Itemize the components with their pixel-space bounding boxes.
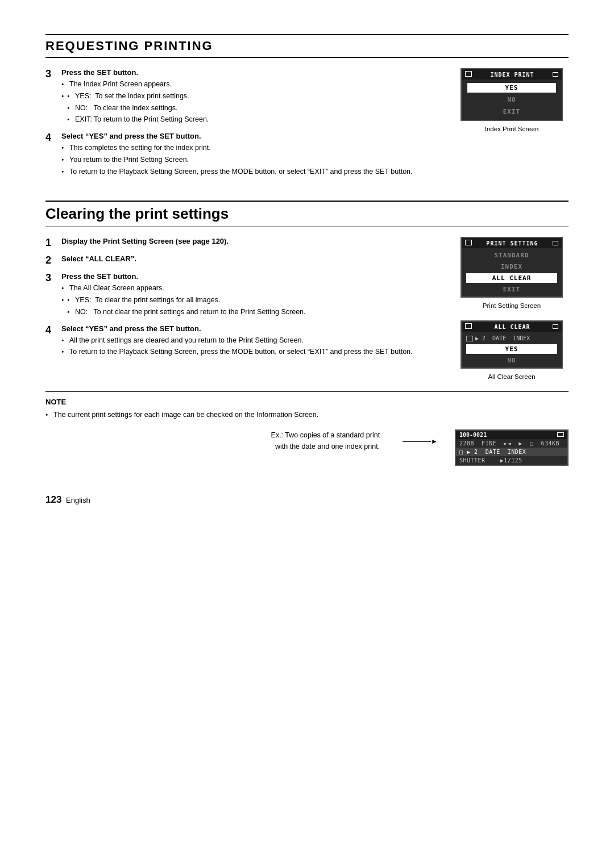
info-row-3: SHUTTER ▶1/125 — [456, 456, 567, 465]
ps-index: INDEX — [466, 262, 557, 272]
bullet-item: To return to the Playback Setting Screen… — [61, 347, 413, 357]
bullet-item: YES: To set the index print settings. NO… — [61, 91, 209, 125]
requesting-printing-content: 3 Press the SET button. The Index Print … — [45, 68, 569, 183]
ac-yes: YES — [466, 344, 557, 354]
cam-title-index: INDEX PRINT — [490, 72, 534, 78]
arrow-line — [403, 441, 431, 442]
cam-icon-ac-right — [553, 324, 558, 330]
camera-icon-ac — [465, 323, 472, 329]
step-4-clearing: 4 Select “YES” and press the SET button.… — [45, 324, 438, 359]
battery-icon-ps — [553, 241, 558, 245]
step-number-1: 1 — [45, 237, 56, 249]
section-title-requesting: Requesting Printing — [45, 34, 569, 58]
cam-title-ac: ALL CLEAR — [494, 324, 530, 330]
info-example-row: Ex.: Two copies of a standard print with… — [45, 429, 569, 466]
note-box: NOTE The current print settings for each… — [45, 391, 569, 466]
bullet-item: You return to the Print Setting Screen. — [61, 155, 413, 165]
camera-icon-ps — [465, 240, 472, 245]
step-3-clearing-bullets: The All Clear Screen appears. YES: To cl… — [61, 283, 306, 317]
cam-icon-left — [465, 71, 472, 78]
info-battery-icon — [557, 432, 564, 438]
step-1-content: Display the Print Setting Screen (see pa… — [61, 237, 229, 249]
index-print-caption: Index Print Screen — [485, 126, 539, 132]
bullet-item: The Index Print Screen appears. — [61, 79, 209, 90]
cam-icon-ps-left — [465, 240, 472, 247]
step-number-3c: 3 — [45, 272, 56, 318]
info-data-2: □ ▶ 2 DATE INDEX — [459, 449, 526, 455]
step-4-title: Select “YES” and press the SET button. — [61, 132, 413, 140]
step-1-title: Display the Print Setting Screen (see pa… — [61, 237, 229, 245]
arrow-head: ► — [431, 437, 438, 445]
info-screen-area: 100-0021 2288 FINE ►◄ ▶ □ 634KB □ ▶ 2 DA… — [455, 429, 569, 466]
step-number-2: 2 — [45, 254, 56, 266]
bullet-item: All the print settings are cleared and y… — [61, 335, 413, 346]
all-clear-caption: All Clear Screen — [488, 373, 535, 380]
battery-icon-ac — [553, 324, 558, 329]
print-setting-screen: PRINT SETTING STANDARD INDEX ALL CLEAR E… — [460, 237, 563, 298]
step-number-4c: 4 — [45, 324, 56, 359]
info-file-number: 100-0021 — [459, 432, 487, 438]
ac-data-row: ▶ 2 DATE INDEX — [466, 334, 557, 343]
step-3-clearing-content: Press the SET button. The All Clear Scre… — [61, 272, 306, 318]
cam-title-ps: PRINT SETTING — [486, 240, 538, 247]
step-3-requesting: 3 Press the SET button. The Index Print … — [45, 68, 438, 126]
print-icon — [466, 336, 473, 341]
info-screen-header: 100-0021 — [456, 431, 567, 439]
bullet-item: This completes the setting for the index… — [61, 143, 413, 153]
step-4-requesting: 4 Select “YES” and press the SET button.… — [45, 132, 438, 178]
info-data-1: 2288 FINE ►◄ ▶ □ 634KB — [459, 440, 559, 446]
clearing-instructions: 1 Display the Print Setting Screen (see … — [45, 237, 438, 380]
ac-data-text: ▶ 2 DATE INDEX — [475, 335, 530, 341]
cam-icon-right — [553, 72, 558, 78]
page-number: 123 — [45, 494, 61, 505]
section-title-clearing: Clearing the print settings — [45, 201, 569, 227]
step-1-clearing: 1 Display the Print Setting Screen (see … — [45, 237, 438, 249]
step-4-content: Select “YES” and press the SET button. T… — [61, 132, 413, 178]
step-3-clearing: 3 Press the SET button. The All Clear Sc… — [45, 272, 438, 318]
step-3-bullets: The Index Print Screen appears. YES: To … — [61, 79, 209, 125]
step-number-3: 3 — [45, 68, 56, 126]
info-row-1: 2288 FINE ►◄ ▶ □ 634KB — [456, 439, 567, 448]
arrow-connector: ► — [403, 437, 438, 445]
note-bullet: The current print settings for each imag… — [45, 410, 569, 420]
step-4-clearing-title: Select “YES” and press the SET button. — [61, 324, 413, 333]
bullet-item: The All Clear Screen appears. — [61, 283, 306, 294]
bullet-item: YES: To clear the print settings for all… — [61, 295, 306, 318]
menu-no: NO — [467, 95, 556, 105]
ac-no: NO — [466, 356, 557, 365]
camera-icon — [465, 71, 472, 77]
clearing-screens-area: PRINT SETTING STANDARD INDEX ALL CLEAR E… — [455, 237, 569, 380]
menu-yes: YES — [467, 83, 556, 93]
info-screen: 100-0021 2288 FINE ►◄ ▶ □ 634KB □ ▶ 2 DA… — [455, 429, 569, 466]
step-4-bullets: This completes the setting for the index… — [61, 143, 413, 177]
cam-body-ps: STANDARD INDEX ALL CLEAR EXIT — [462, 248, 562, 297]
step-3-clearing-title: Press the SET button. — [61, 272, 306, 281]
step-number-4: 4 — [45, 132, 56, 178]
all-clear-screen: ALL CLEAR ▶ 2 DATE INDEX YES NO — [460, 320, 563, 369]
cam-icon-ac-left — [465, 323, 472, 330]
bullet-item: To return to the Playback Setting Screen… — [61, 166, 413, 177]
menu-exit: EXIT — [467, 107, 556, 116]
requesting-printing-section: Requesting Printing 3 Press the SET butt… — [45, 34, 569, 183]
info-label-line1: Ex.: Two copies of a standard print — [45, 429, 380, 441]
cam-body-index: YES NO EXIT — [462, 80, 562, 120]
index-print-screen-area: INDEX PRINT YES NO EXIT Index Print Scre… — [455, 68, 569, 183]
ps-allclear: ALL CLEAR — [466, 273, 557, 283]
cam-icon-ps-right — [553, 240, 558, 247]
section-heading-clearing: Clearing the print settings — [45, 205, 569, 223]
clearing-settings-section: Clearing the print settings 1 Display th… — [45, 201, 569, 466]
clearing-settings-content: 1 Display the Print Setting Screen (see … — [45, 237, 569, 380]
cam-header-ps: PRINT SETTING — [462, 238, 562, 248]
info-label: Ex.: Two copies of a standard print with… — [45, 429, 385, 452]
note-bullets: The current print settings for each imag… — [45, 410, 569, 420]
info-data-3: SHUTTER ▶1/125 — [459, 457, 522, 464]
cam-header-index: INDEX PRINT — [462, 69, 562, 80]
page-number-area: 123 English — [45, 494, 569, 506]
ps-standard: STANDARD — [466, 251, 557, 260]
ps-exit: EXIT — [466, 285, 557, 294]
cam-body-ac: ▶ 2 DATE INDEX YES NO — [462, 332, 562, 368]
step-3-title: Press the SET button. — [61, 68, 209, 77]
step-2-title: Select “ALL CLEAR”. — [61, 254, 136, 263]
step-4-clearing-bullets: All the print settings are cleared and y… — [61, 335, 413, 358]
section-heading-requesting: Requesting Printing — [45, 39, 569, 53]
